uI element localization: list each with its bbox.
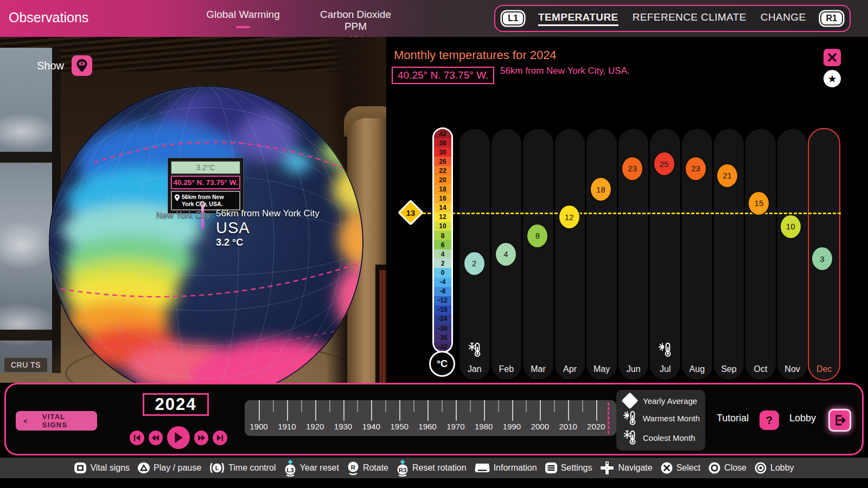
scale-tick-2: 2	[434, 259, 451, 268]
year-tick-label: 1940	[362, 422, 380, 431]
scale-tick-12: 12	[434, 213, 451, 222]
monthly-temperatures-panel: Monthly temperatures for 2024 40.25° N. …	[386, 41, 851, 383]
decade-tick	[287, 400, 288, 421]
menu-icon	[545, 461, 558, 474]
yearly-average-marker[interactable]: 13	[398, 200, 424, 226]
decade-tick	[343, 400, 344, 421]
scale-tick--12: -12	[434, 296, 451, 305]
scale-tick-10: 10	[434, 222, 451, 231]
skip-start-button[interactable]	[130, 431, 144, 445]
hint-lobby: Lobby	[754, 461, 794, 474]
month-column-dec[interactable]: Dec	[809, 129, 839, 380]
scale-tick-0: 0	[434, 268, 451, 277]
yearly-average-diamond-icon	[622, 395, 638, 407]
year-tick-label: 1930	[334, 422, 352, 431]
year-tick-label: 1910	[278, 422, 296, 431]
selection-readout: 56km from New York City USA 3.2 °C	[216, 208, 320, 248]
scale-tick--18: -18	[434, 305, 451, 314]
month-column-jun[interactable]: Jun	[618, 129, 649, 380]
rewind-button[interactable]	[149, 431, 163, 445]
chevron-left-icon: <	[23, 417, 28, 425]
skip-end-button[interactable]	[213, 431, 227, 445]
r3-press-icon: R3	[396, 459, 409, 477]
month-column-apr[interactable]: Apr	[555, 129, 585, 380]
yearly-average-value: 13	[406, 208, 416, 217]
minor-tick	[301, 400, 302, 412]
month-columns: JanFebMarAprMayJunJulAugSepOctNovDec	[459, 129, 839, 380]
timeline-cursor[interactable]	[608, 402, 609, 434]
temperature-scale: 423630262220181614121086420-4-8-12-18-24…	[432, 127, 453, 353]
close-button[interactable]	[824, 49, 841, 66]
question-mark-icon: ?	[766, 414, 773, 427]
hint-label: Year reset	[300, 463, 339, 473]
month-label: Aug	[682, 364, 712, 374]
current-year-display: 2024	[143, 393, 209, 416]
distance-label: 56km from New York City	[216, 208, 320, 219]
mode-option-reference-climate[interactable]: REFERENCE CLIMATE	[633, 11, 746, 26]
show-pin-button[interactable]	[72, 55, 92, 76]
year-tick-label: 1980	[475, 422, 493, 431]
hint-time-control: LTime control	[209, 461, 276, 474]
month-label: Jul	[650, 364, 680, 374]
svg-text:R3: R3	[399, 467, 407, 473]
month-column-oct[interactable]: Oct	[745, 129, 776, 380]
chart-legend: Yearly AverageWarmest MonthCoolest Month	[616, 390, 705, 451]
mode-option-change[interactable]: CHANGE	[761, 11, 806, 26]
tutorial-button[interactable]: ?	[760, 410, 779, 430]
hint-label: Close	[724, 463, 746, 473]
scale-tick-14: 14	[434, 203, 451, 213]
month-column-feb[interactable]: Feb	[492, 129, 522, 380]
scale-tick-42: 42	[434, 129, 451, 138]
decade-tick	[259, 400, 260, 421]
minor-tick	[498, 400, 499, 412]
l1-bumper-button[interactable]: L1	[502, 11, 524, 25]
hint-label: Rotate	[363, 463, 388, 473]
hint-reset-rotation: R3Reset rotation	[396, 459, 467, 477]
month-column-jul[interactable]: Jul	[650, 129, 680, 380]
minor-tick	[554, 400, 555, 412]
top-bar: Observations Global Warming Carbon Dioxi…	[0, 0, 868, 37]
month-label: Oct	[745, 364, 776, 374]
coolest-month-icon	[622, 429, 638, 446]
hint-label: Reset rotation	[412, 463, 467, 473]
l3-press-icon: L3	[284, 459, 297, 477]
year-timeline-slider[interactable]: 1900191019201930194019501960197019801990…	[245, 400, 616, 436]
tab-global-warming[interactable]: Global Warming	[205, 9, 281, 30]
favorite-button[interactable]: ★	[824, 70, 841, 87]
month-column-nov[interactable]: Nov	[777, 129, 808, 380]
year-tick-label: 2000	[531, 422, 549, 431]
curtain	[380, 270, 386, 383]
scale-tick-18: 18	[434, 185, 451, 194]
play-button[interactable]	[167, 426, 189, 449]
scale-tick-36: 36	[434, 138, 451, 147]
minor-tick	[582, 400, 583, 412]
ps-circle-icon	[708, 461, 721, 474]
scale-tick--42: -42	[434, 342, 451, 351]
decade-tick	[399, 400, 400, 421]
lobby-ring-icon	[754, 461, 767, 474]
decade-tick	[427, 400, 429, 421]
month-column-sep[interactable]: Sep	[714, 129, 744, 380]
month-column-may[interactable]: May	[586, 129, 617, 380]
lobby-exit-button[interactable]	[828, 409, 851, 432]
time-control-bar: < VITAL SIGNS 2024 190019101920193019401…	[4, 383, 864, 455]
scale-tick--30: -30	[434, 324, 451, 333]
month-column-aug[interactable]: Aug	[682, 129, 712, 380]
month-column-jan[interactable]: Jan	[459, 129, 490, 380]
scale-tick-6: 6	[434, 240, 451, 249]
r1-bumper-button[interactable]: R1	[820, 11, 843, 25]
fast-forward-button[interactable]	[194, 431, 209, 445]
hint-label: Select	[676, 463, 700, 473]
hint-settings: Settings	[545, 461, 592, 474]
month-label: Feb	[492, 364, 522, 374]
month-column-mar[interactable]: Mar	[523, 129, 553, 380]
star-icon: ★	[827, 73, 837, 85]
touchpad-icon	[474, 462, 490, 474]
location-pin-icon	[174, 194, 180, 202]
mode-option-temperature[interactable]: TEMPERATURE	[538, 11, 618, 26]
hint-information: Information	[474, 462, 537, 474]
minor-tick	[470, 400, 471, 412]
vital-signs-back-button[interactable]: < VITAL SIGNS	[16, 411, 97, 431]
hint-play-pause: Play / pause	[137, 461, 201, 474]
scale-tick-20: 20	[434, 175, 451, 184]
